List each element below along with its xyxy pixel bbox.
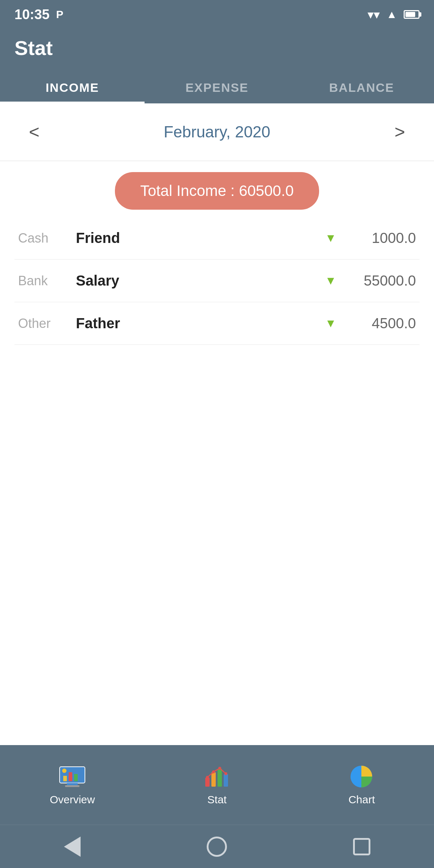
svg-rect-4 — [69, 772, 72, 781]
page-header: Stat — [0, 29, 434, 70]
income-item[interactable]: Cash Friend ▼ 1000.0 — [14, 217, 420, 260]
nav-label-overview: Overview — [50, 794, 95, 806]
status-time: 10:35 — [14, 7, 50, 22]
svg-rect-8 — [205, 778, 210, 787]
svg-rect-10 — [218, 769, 222, 787]
nav-item-chart[interactable]: Chart — [326, 764, 398, 806]
svg-point-7 — [62, 769, 66, 773]
status-bar: 10:35 P ▾▾ ▲ — [0, 0, 434, 29]
prev-date-button[interactable]: < — [22, 118, 47, 146]
svg-point-14 — [218, 767, 221, 770]
android-nav-bar — [0, 825, 434, 868]
tab-bar: INCOME EXPENSE BALANCE — [0, 70, 434, 103]
total-income-badge: Total Income : 60500.0 — [115, 172, 319, 210]
income-name-0: Friend — [76, 230, 325, 246]
nav-item-stat[interactable]: Stat — [181, 764, 253, 806]
income-amount-1: 55000.0 — [351, 273, 416, 289]
next-date-button[interactable]: > — [387, 118, 412, 146]
tab-expense[interactable]: EXPENSE — [145, 70, 289, 103]
dropdown-icon-0[interactable]: ▼ — [325, 231, 336, 245]
dropdown-icon-1[interactable]: ▼ — [325, 274, 336, 287]
android-back-button[interactable] — [60, 834, 85, 859]
main-content: < February, 2020 > Total Income : 60500.… — [0, 103, 434, 745]
nav-item-overview[interactable]: Overview — [36, 764, 108, 806]
svg-rect-2 — [65, 785, 80, 787]
wifi-icon: ▾▾ — [368, 7, 380, 22]
bottom-nav: Overview Stat — [0, 745, 434, 825]
stat-icon — [202, 764, 231, 789]
dropdown-icon-2[interactable]: ▼ — [325, 317, 336, 330]
svg-rect-6 — [80, 770, 83, 781]
total-income-section: Total Income : 60500.0 — [0, 161, 434, 217]
tab-balance[interactable]: BALANCE — [289, 70, 434, 103]
content-spacer — [0, 345, 434, 745]
svg-point-15 — [224, 772, 227, 775]
android-home-button[interactable] — [204, 834, 229, 859]
income-amount-0: 1000.0 — [351, 230, 416, 246]
carrier-icon: P — [56, 8, 63, 21]
income-amount-2: 4500.0 — [351, 315, 416, 332]
signal-icon: ▲ — [386, 8, 397, 21]
svg-point-13 — [212, 770, 215, 773]
svg-point-12 — [206, 776, 209, 779]
status-icons: ▾▾ ▲ — [368, 7, 420, 22]
income-category-1: Bank — [18, 273, 76, 288]
svg-rect-1 — [67, 783, 78, 785]
date-navigator: < February, 2020 > — [0, 103, 434, 161]
svg-rect-11 — [224, 774, 228, 787]
income-list: Cash Friend ▼ 1000.0 Bank Salary ▼ 55000… — [0, 217, 434, 345]
svg-rect-9 — [211, 772, 216, 787]
nav-label-stat: Stat — [207, 794, 227, 806]
income-item[interactable]: Other Father ▼ 4500.0 — [14, 302, 420, 345]
date-label: February, 2020 — [164, 123, 270, 141]
overview-icon — [58, 764, 87, 789]
android-recents-button[interactable] — [349, 834, 374, 859]
income-name-1: Salary — [76, 273, 325, 289]
svg-rect-3 — [63, 776, 67, 781]
income-category-2: Other — [18, 316, 76, 331]
tab-income[interactable]: INCOME — [0, 70, 145, 103]
income-category-0: Cash — [18, 231, 76, 246]
income-item[interactable]: Bank Salary ▼ 55000.0 — [14, 260, 420, 302]
battery-icon — [404, 10, 420, 19]
income-name-2: Father — [76, 315, 325, 332]
nav-label-chart: Chart — [348, 794, 375, 806]
svg-rect-5 — [74, 774, 78, 781]
chart-icon — [347, 764, 376, 789]
page-title: Stat — [14, 36, 420, 60]
